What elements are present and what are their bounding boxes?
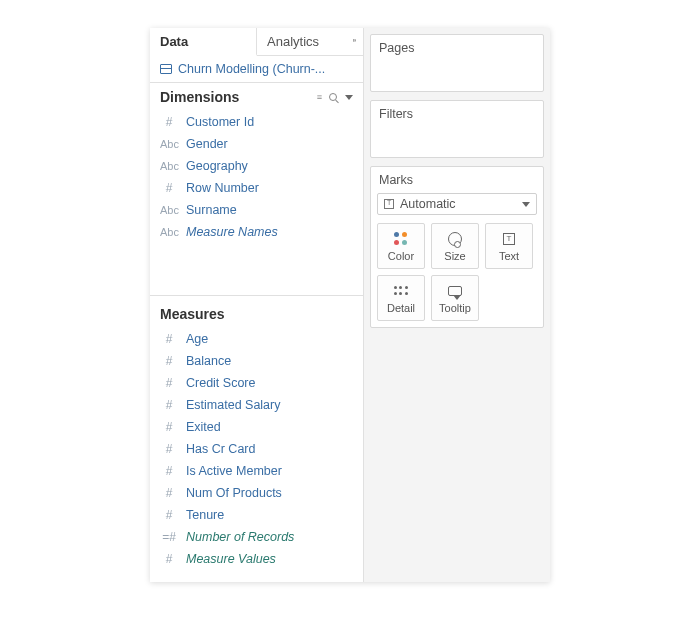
- field-row[interactable]: #Balance: [150, 350, 363, 372]
- string-icon: Abc: [160, 160, 178, 172]
- number-icon: #: [160, 354, 178, 368]
- dropdown-caret-icon: [522, 202, 530, 207]
- field-row[interactable]: #Num Of Products: [150, 482, 363, 504]
- field-label: Measure Values: [186, 552, 276, 566]
- field-label: Is Active Member: [186, 464, 282, 478]
- field-row[interactable]: #Exited: [150, 416, 363, 438]
- number-icon: #: [160, 552, 178, 566]
- datasource-row[interactable]: Churn Modelling (Churn-...: [150, 56, 363, 83]
- datasource-name: Churn Modelling (Churn-...: [178, 62, 325, 76]
- menu-caret-icon[interactable]: [345, 95, 353, 100]
- color-label: Color: [388, 250, 414, 262]
- measures-header: Measures: [150, 300, 363, 326]
- tableau-side-panel: Data Analytics ⁍ Churn Modelling (Churn-…: [150, 28, 550, 582]
- marks-card: Marks Automatic Color Size T: [370, 166, 544, 328]
- tooltip-icon: [448, 283, 462, 299]
- pages-shelf[interactable]: Pages: [370, 34, 544, 92]
- size-icon: [448, 231, 462, 247]
- string-icon: Abc: [160, 226, 178, 238]
- field-row[interactable]: #Has Cr Card: [150, 438, 363, 460]
- dimensions-list: #Customer IdAbcGenderAbcGeography#Row Nu…: [150, 109, 363, 245]
- measures-list: #Age#Balance#Credit Score#Estimated Sala…: [150, 326, 363, 572]
- field-row[interactable]: AbcSurname: [150, 199, 363, 221]
- field-label: Tenure: [186, 508, 224, 522]
- number-icon: #: [160, 442, 178, 456]
- view-list-icon[interactable]: ≡: [317, 92, 321, 102]
- filters-shelf[interactable]: Filters: [370, 100, 544, 158]
- tab-analytics[interactable]: Analytics ⁍: [257, 28, 363, 55]
- field-label: Number of Records: [186, 530, 294, 544]
- datasource-icon: [160, 64, 172, 74]
- automatic-icon: [384, 199, 394, 209]
- field-row[interactable]: #Row Number: [150, 177, 363, 199]
- field-row[interactable]: #Credit Score: [150, 372, 363, 394]
- tab-data[interactable]: Data: [150, 28, 257, 56]
- color-icon: [394, 231, 408, 247]
- text-button[interactable]: T Text: [485, 223, 533, 269]
- size-label: Size: [444, 250, 465, 262]
- number-icon: #: [160, 181, 178, 195]
- tab-analytics-label: Analytics: [267, 34, 319, 49]
- tab-data-label: Data: [160, 34, 188, 49]
- field-label: Credit Score: [186, 376, 255, 390]
- field-row[interactable]: #Age: [150, 328, 363, 350]
- pin-icon[interactable]: ⁍: [352, 35, 357, 46]
- dimensions-section: Dimensions ≡ #Customer IdAbcGenderAbcGeo…: [150, 83, 363, 296]
- number-icon: #: [160, 398, 178, 412]
- dimensions-tools: ≡: [317, 92, 353, 102]
- number-icon: #: [160, 376, 178, 390]
- measures-title: Measures: [160, 306, 225, 322]
- field-label: Row Number: [186, 181, 259, 195]
- field-row[interactable]: AbcMeasure Names: [150, 221, 363, 243]
- marks-title: Marks: [377, 173, 537, 193]
- field-label: Age: [186, 332, 208, 346]
- pane-tabs: Data Analytics ⁍: [150, 28, 363, 56]
- field-label: Surname: [186, 203, 237, 217]
- tooltip-label: Tooltip: [439, 302, 471, 314]
- field-label: Exited: [186, 420, 221, 434]
- number-icon: =#: [160, 530, 178, 544]
- field-label: Measure Names: [186, 225, 278, 239]
- string-icon: Abc: [160, 204, 178, 216]
- number-icon: #: [160, 420, 178, 434]
- pages-title: Pages: [379, 41, 535, 55]
- field-label: Has Cr Card: [186, 442, 255, 456]
- number-icon: #: [160, 332, 178, 346]
- field-row[interactable]: AbcGeography: [150, 155, 363, 177]
- dimensions-header: Dimensions ≡: [150, 83, 363, 109]
- data-pane: Data Analytics ⁍ Churn Modelling (Churn-…: [150, 28, 364, 582]
- search-icon[interactable]: [329, 93, 337, 101]
- field-label: Geography: [186, 159, 248, 173]
- field-label: Balance: [186, 354, 231, 368]
- detail-button[interactable]: Detail: [377, 275, 425, 321]
- field-row[interactable]: AbcGender: [150, 133, 363, 155]
- measures-section: Measures #Age#Balance#Credit Score#Estim…: [150, 296, 363, 582]
- size-button[interactable]: Size: [431, 223, 479, 269]
- cards-pane: Pages Filters Marks Automatic Color: [364, 28, 550, 582]
- field-row[interactable]: =#Number of Records: [150, 526, 363, 548]
- tooltip-button[interactable]: Tooltip: [431, 275, 479, 321]
- field-row[interactable]: #Is Active Member: [150, 460, 363, 482]
- field-label: Customer Id: [186, 115, 254, 129]
- marks-buttons: Color Size T Text Detail Tooltip: [377, 223, 537, 321]
- marks-type-label: Automatic: [400, 197, 456, 211]
- detail-label: Detail: [387, 302, 415, 314]
- text-icon: T: [503, 231, 515, 247]
- string-icon: Abc: [160, 138, 178, 150]
- field-label: Num Of Products: [186, 486, 282, 500]
- number-icon: #: [160, 486, 178, 500]
- number-icon: #: [160, 464, 178, 478]
- field-row[interactable]: #Customer Id: [150, 111, 363, 133]
- dimensions-title: Dimensions: [160, 89, 239, 105]
- field-row[interactable]: #Tenure: [150, 504, 363, 526]
- field-row[interactable]: #Measure Values: [150, 548, 363, 570]
- field-label: Gender: [186, 137, 228, 151]
- field-row[interactable]: #Estimated Salary: [150, 394, 363, 416]
- text-label: Text: [499, 250, 519, 262]
- marks-type-dropdown[interactable]: Automatic: [377, 193, 537, 215]
- filters-title: Filters: [379, 107, 535, 121]
- number-icon: #: [160, 508, 178, 522]
- detail-icon: [394, 283, 408, 299]
- color-button[interactable]: Color: [377, 223, 425, 269]
- field-label: Estimated Salary: [186, 398, 280, 412]
